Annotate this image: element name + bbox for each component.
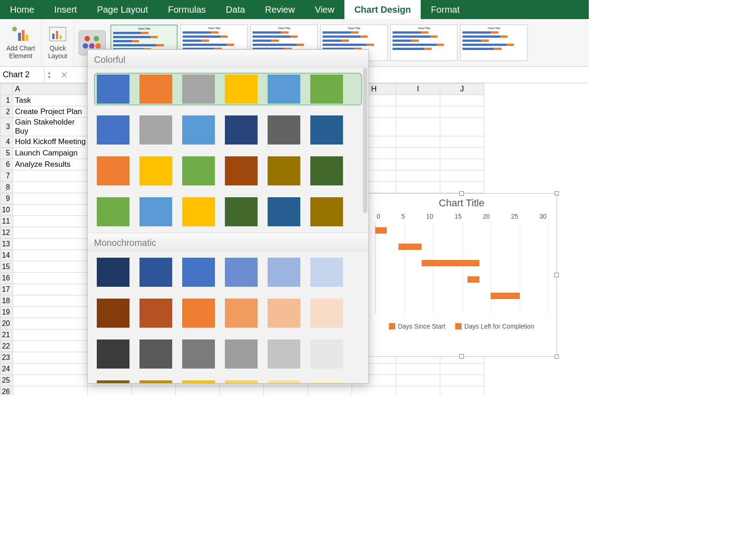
cancel-icon[interactable]: ✕ [54, 70, 75, 80]
cell[interactable] [13, 329, 88, 341]
cell[interactable] [440, 170, 484, 182]
cell[interactable] [396, 95, 440, 106]
cell[interactable] [440, 375, 484, 386]
cell[interactable] [13, 375, 88, 386]
cell[interactable] [13, 182, 88, 193]
gantt-bar[interactable] [491, 293, 520, 299]
cell[interactable] [440, 364, 484, 375]
cell[interactable] [396, 364, 440, 375]
color-swatch [310, 156, 343, 185]
cell[interactable] [396, 375, 440, 386]
cell[interactable] [13, 307, 88, 318]
color-swatch [310, 258, 343, 287]
color-palette-option[interactable] [94, 155, 362, 187]
cell[interactable] [440, 386, 484, 396]
cell[interactable] [13, 261, 88, 273]
color-swatch [182, 156, 215, 185]
chart-style-thumb[interactable]: Chart Title [390, 25, 458, 61]
cell[interactable] [13, 284, 88, 295]
cell[interactable] [13, 341, 88, 352]
cell[interactable] [396, 118, 440, 136]
cell[interactable] [440, 148, 484, 159]
gantt-bar[interactable] [398, 244, 422, 250]
color-palette-option[interactable] [94, 195, 362, 228]
color-palette-option[interactable] [94, 73, 362, 105]
chart-title[interactable]: Chart Title [367, 194, 557, 211]
dropdown-scrollbar[interactable] [363, 68, 368, 213]
cell[interactable] [13, 216, 88, 227]
tab-home[interactable]: Home [0, 0, 44, 19]
cell[interactable] [440, 95, 484, 106]
cell[interactable] [396, 106, 440, 118]
embedded-chart[interactable]: Chart Title 051015202530 Days Since Star… [366, 193, 557, 357]
quick-layout-label: QuickLayout [48, 45, 67, 60]
cell[interactable]: Task [13, 95, 88, 106]
cell[interactable]: Launch Campaign [13, 148, 88, 159]
color-swatch [310, 115, 343, 145]
add-chart-element-button[interactable]: + Add ChartElement [0, 19, 42, 66]
color-palette-option[interactable] [94, 256, 362, 289]
gantt-bar[interactable] [468, 276, 479, 283]
cell[interactable] [440, 136, 484, 148]
resize-handle[interactable] [555, 354, 559, 359]
chart-style-thumb[interactable]: Chart Title [460, 25, 527, 61]
tab-formulas[interactable]: Formulas [158, 0, 216, 19]
cell[interactable]: Gain Stakeholder Buy [13, 118, 88, 136]
tab-review[interactable]: Review [255, 0, 305, 19]
tab-format[interactable]: Format [421, 0, 469, 19]
tab-data[interactable]: Data [216, 0, 255, 19]
color-palette-option[interactable] [94, 297, 362, 329]
gantt-bar[interactable] [375, 227, 387, 234]
chart-plot-area[interactable]: 051015202530 Days Since Start Days Left … [367, 211, 557, 333]
cell[interactable]: Analyze Results [13, 159, 88, 170]
cell[interactable] [308, 386, 352, 396]
name-box[interactable]: Chart 2 [0, 67, 45, 83]
cell[interactable] [132, 386, 176, 396]
cell[interactable] [13, 364, 88, 375]
cell[interactable] [176, 386, 220, 396]
tab-chart-design[interactable]: Chart Design [344, 0, 421, 19]
cell[interactable] [13, 295, 88, 307]
color-palette-option[interactable] [94, 338, 362, 370]
color-palette-option[interactable] [94, 379, 362, 383]
gantt-bar[interactable] [422, 260, 479, 266]
tab-page-layout[interactable]: Page Layout [87, 0, 158, 19]
cell[interactable] [13, 250, 88, 261]
legend-label-2: Days Left for Completion [464, 323, 534, 330]
chart-legend[interactable]: Days Since Start Days Left for Completio… [375, 314, 548, 330]
color-palette-option[interactable] [94, 114, 362, 146]
cell[interactable]: Hold Kickoff Meeting [13, 136, 88, 148]
tab-insert[interactable]: Insert [44, 0, 87, 19]
resize-handle[interactable] [459, 354, 464, 359]
cell[interactable] [440, 106, 484, 118]
cell[interactable] [220, 386, 264, 396]
color-swatch [182, 75, 215, 104]
cell[interactable] [440, 159, 484, 170]
quick-layout-button[interactable]: QuickLayout [42, 19, 74, 66]
cell[interactable] [396, 182, 440, 193]
cell[interactable]: Create Project Plan [13, 106, 88, 118]
cell[interactable] [264, 386, 308, 396]
cell[interactable] [13, 239, 88, 250]
cell[interactable] [13, 386, 88, 396]
tab-view[interactable]: View [305, 0, 344, 19]
cell[interactable] [352, 386, 396, 396]
cell[interactable] [13, 352, 88, 364]
cell[interactable] [13, 205, 88, 216]
cell[interactable] [396, 170, 440, 182]
cell[interactable] [88, 386, 132, 396]
resize-handle[interactable] [459, 191, 464, 196]
cell[interactable] [396, 159, 440, 170]
cell[interactable] [13, 318, 88, 329]
cell[interactable] [396, 386, 440, 396]
cell[interactable] [13, 227, 88, 239]
cell[interactable] [13, 193, 88, 205]
resize-handle[interactable] [555, 191, 559, 195]
cell[interactable] [396, 148, 440, 159]
cell[interactable] [13, 170, 88, 182]
cell[interactable] [440, 118, 484, 136]
namebox-stepper[interactable]: ▲▼ [45, 70, 54, 80]
legend-swatch-1 [389, 323, 395, 329]
cell[interactable] [13, 273, 88, 284]
cell[interactable] [396, 136, 440, 148]
